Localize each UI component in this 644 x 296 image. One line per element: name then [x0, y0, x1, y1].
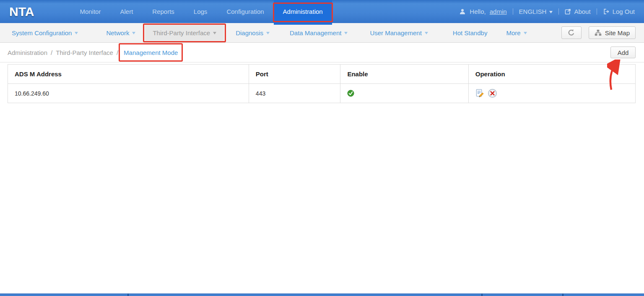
cell-operation: [468, 84, 635, 103]
subnav-item-label: Hot Standby: [453, 29, 488, 36]
management-mode-table: ADS M Address Port Enable Operation 10.6…: [8, 64, 636, 103]
username-link[interactable]: admin: [490, 8, 507, 15]
secondary-nav: System Configuration Network Third-Party…: [0, 23, 644, 43]
chevron-down-icon: [266, 32, 270, 34]
bottom-bar-divider: [481, 293, 483, 296]
language-selector[interactable]: ENGLISH: [519, 8, 553, 15]
subnav-item-network[interactable]: Network: [106, 29, 135, 36]
topnav-item-administration[interactable]: Administration: [274, 0, 332, 25]
bottom-bar-divider: [562, 293, 564, 296]
management-mode-table-wrap: ADS M Address Port Enable Operation 10.6…: [8, 64, 636, 103]
subnav-item-system-configuration[interactable]: System Configuration: [12, 29, 78, 36]
bottom-bar-divider: [127, 293, 129, 296]
cell-ads-m-address: 10.66.249.60: [8, 84, 249, 103]
divider: [558, 8, 559, 15]
user-icon: [459, 8, 466, 15]
topnav-item-configuration[interactable]: Configuration: [217, 0, 273, 23]
about-link[interactable]: About: [565, 8, 590, 15]
subnav-item-user-management[interactable]: User Management: [370, 29, 428, 36]
logout-icon: [603, 8, 610, 15]
edit-icon[interactable]: [475, 89, 484, 98]
chevron-down-icon: [213, 32, 216, 34]
column-header-port: Port: [249, 65, 340, 84]
breadcrumb-current-label: Management Mode: [124, 49, 178, 56]
topnav-item-monitor[interactable]: Monitor: [70, 0, 110, 23]
logout-link[interactable]: Log Out: [603, 8, 635, 15]
refresh-icon: [567, 29, 575, 36]
divider: [513, 8, 513, 15]
subnav-item-label: More: [506, 29, 520, 36]
subnav-actions: Site Map: [561, 26, 636, 39]
chevron-down-icon: [344, 32, 348, 34]
subnav-item-label: Data Management: [290, 29, 341, 36]
subnav-item-label: Network: [106, 29, 129, 36]
topnav-item-logs[interactable]: Logs: [184, 0, 217, 23]
table-row: 10.66.249.60 443: [8, 84, 636, 103]
about-icon: [565, 8, 571, 15]
breadcrumb: Administration / Third-Party Interface /…: [8, 49, 178, 56]
add-button[interactable]: Add: [610, 47, 636, 58]
subnav-item-label: System Configuration: [12, 29, 72, 36]
column-header-ads-m-address: ADS M Address: [8, 65, 249, 84]
breadcrumb-item-administration[interactable]: Administration: [8, 49, 47, 56]
topnav-item-label: Administration: [283, 8, 323, 15]
subnav-item-third-party-interface[interactable]: Third-Party Interface: [145, 25, 224, 41]
chevron-down-icon: [75, 32, 78, 34]
breadcrumb-item-third-party-interface[interactable]: Third-Party Interface: [56, 49, 113, 56]
top-bar: NTA Monitor Alert Reports Logs Configura…: [0, 0, 644, 23]
breadcrumb-separator: /: [51, 49, 52, 56]
language-label: ENGLISH: [519, 8, 547, 15]
cell-port: 443: [249, 84, 340, 103]
column-header-operation: Operation: [468, 65, 635, 84]
subnav-item-more[interactable]: More: [506, 29, 527, 36]
page: NTA Monitor Alert Reports Logs Configura…: [0, 0, 644, 103]
user-bar: Hello, admin ENGLISH About Log Out: [459, 0, 635, 23]
operation-icons: [475, 88, 628, 98]
greeting-text: Hello,: [470, 8, 486, 15]
chevron-down-icon: [132, 32, 135, 34]
site-map-label: Site Map: [605, 29, 630, 36]
subnav-item-data-management[interactable]: Data Management: [290, 29, 348, 36]
breadcrumb-current: Management Mode: [124, 49, 178, 56]
chevron-down-icon: [524, 32, 527, 34]
primary-nav: Monitor Alert Reports Logs Configuration…: [70, 0, 332, 25]
app-logo: NTA: [9, 0, 34, 23]
site-map-button[interactable]: Site Map: [589, 26, 636, 39]
subnav-item-diagnosis[interactable]: Diagnosis: [236, 29, 270, 36]
topnav-item-reports[interactable]: Reports: [143, 0, 184, 23]
about-label: About: [574, 8, 590, 15]
column-header-enable: Enable: [340, 65, 468, 84]
check-circle-icon: [347, 90, 354, 97]
subnav-item-label: User Management: [370, 29, 421, 36]
cell-enable: [340, 84, 468, 103]
subnav-item-label: Third-Party Interface: [153, 29, 210, 36]
breadcrumb-row: Administration / Third-Party Interface /…: [0, 43, 644, 62]
chevron-down-icon: [425, 32, 428, 34]
divider: [597, 8, 597, 15]
topnav-item-alert[interactable]: Alert: [110, 0, 143, 23]
bottom-bar: [0, 293, 644, 296]
logout-label: Log Out: [613, 8, 635, 15]
breadcrumb-separator: /: [117, 49, 118, 56]
delete-circle-icon[interactable]: [488, 88, 497, 98]
subnav-item-label: Diagnosis: [236, 29, 263, 36]
chevron-down-icon: [549, 11, 553, 13]
sitemap-icon: [595, 29, 602, 36]
subnav-item-hot-standby[interactable]: Hot Standby: [453, 29, 488, 36]
refresh-button[interactable]: [561, 26, 582, 39]
table-header-row: ADS M Address Port Enable Operation: [8, 65, 636, 84]
